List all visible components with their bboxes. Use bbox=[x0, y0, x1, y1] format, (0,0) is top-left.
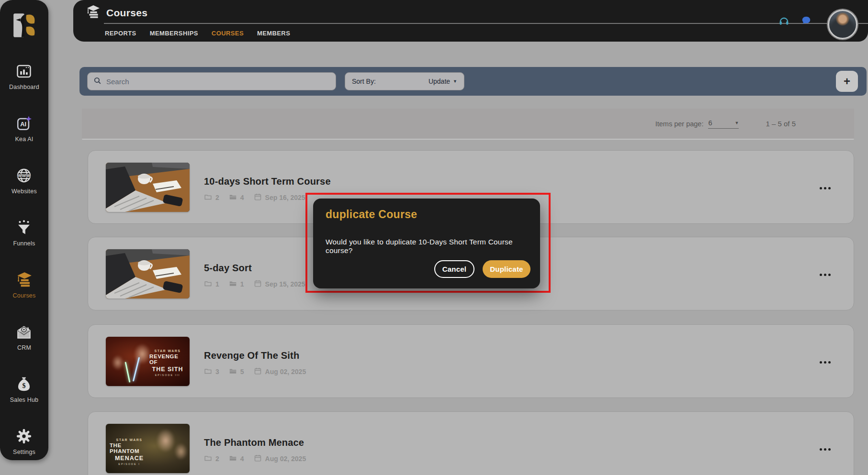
tab-reports[interactable]: REPORTS bbox=[105, 30, 136, 37]
poster-title-line1: THE PHANTOM bbox=[110, 442, 149, 454]
course-date: Sep 15, 2025 bbox=[265, 280, 305, 288]
calendar-icon bbox=[254, 367, 262, 376]
course-thumbnail: STAR WARS THE PHANTOM MENACE EPISODE I bbox=[106, 424, 190, 473]
sidebar-item-dashboard[interactable]: Dashboard bbox=[9, 63, 39, 90]
money-bag-icon: $ bbox=[16, 376, 32, 394]
sidebar-item-kea-ai[interactable]: AI Kea AI bbox=[15, 115, 33, 143]
svg-text:$: $ bbox=[23, 382, 26, 389]
folder-icon bbox=[204, 454, 212, 464]
sidebar-nav: Dashboard AI Kea AI WWW bbox=[9, 63, 39, 455]
header-tabs: REPORTS MEMBERSHIPS COURSES MEMBERS bbox=[105, 30, 290, 37]
courses-page-icon bbox=[86, 5, 100, 21]
folder-icon bbox=[204, 367, 212, 376]
poster-brand: STAR WARS bbox=[155, 349, 181, 353]
folder-count: 2 bbox=[215, 455, 219, 463]
duplicate-course-dialog: duplicate Course Would you like to dupli… bbox=[313, 199, 540, 288]
kea-logo[interactable] bbox=[11, 11, 38, 39]
sidebar-item-label: Dashboard bbox=[9, 84, 39, 90]
lessons-count: 4 bbox=[240, 455, 244, 463]
course-actions-menu-button[interactable] bbox=[817, 184, 834, 192]
course-date: Aug 02, 2025 bbox=[265, 455, 306, 463]
course-date: Sep 16, 2025 bbox=[265, 194, 305, 201]
lessons-folder-icon bbox=[229, 279, 237, 289]
sidebar-item-label: Settings bbox=[13, 449, 35, 455]
items-per-page-label: Items per page: bbox=[655, 120, 704, 128]
courses-icon bbox=[16, 272, 32, 290]
tab-memberships[interactable]: MEMBERSHIPS bbox=[150, 30, 198, 37]
tab-courses[interactable]: COURSES bbox=[212, 30, 244, 37]
course-card[interactable]: STAR WARS REVENGE OF THE SITH EPISODE II… bbox=[88, 324, 854, 398]
gear-icon bbox=[16, 428, 32, 446]
folder-count: 2 bbox=[215, 194, 219, 201]
course-title: 10-days Short Term Course bbox=[204, 176, 331, 187]
course-actions-menu-button[interactable] bbox=[817, 358, 834, 366]
calendar-icon bbox=[254, 193, 262, 202]
poster-episode: EPISODE III bbox=[155, 374, 180, 376]
ai-icon: AI bbox=[16, 115, 32, 133]
page-title: Courses bbox=[106, 7, 147, 19]
sidebar-item-label: Courses bbox=[13, 292, 36, 299]
sort-by-label: Sort By: bbox=[352, 77, 376, 85]
sort-by-select[interactable]: Sort By: Update ▼ bbox=[345, 72, 464, 90]
course-card[interactable]: STAR WARS THE PHANTOM MENACE EPISODE I T… bbox=[88, 411, 854, 475]
folder-icon bbox=[204, 279, 212, 289]
sidebar-item-label: Funnels bbox=[13, 240, 35, 247]
course-title: Revenge Of The Sith bbox=[204, 350, 299, 361]
tab-members[interactable]: MEMBERS bbox=[257, 30, 290, 37]
course-actions-menu-button[interactable] bbox=[817, 271, 834, 279]
course-meta: 1 1 Sep 15, 2025 bbox=[204, 279, 305, 289]
search-input[interactable] bbox=[105, 77, 330, 86]
chat-bubble-icon[interactable] bbox=[801, 15, 812, 28]
course-meta: 3 5 Aug 02, 2025 bbox=[204, 367, 306, 376]
dialog-title: duplicate Course bbox=[326, 208, 417, 221]
sidebar-item-settings[interactable]: Settings bbox=[13, 428, 35, 455]
sidebar-item-sales-hub[interactable]: $ Sales Hub bbox=[10, 376, 38, 403]
calendar-icon bbox=[254, 454, 262, 464]
sidebar-item-websites[interactable]: WWW Websites bbox=[11, 167, 37, 195]
sidebar-item-label: CRM bbox=[17, 344, 31, 351]
globe-www-icon: WWW bbox=[16, 167, 32, 186]
lessons-folder-icon bbox=[229, 454, 237, 464]
poster-title-line2: MENACE bbox=[115, 455, 144, 462]
top-header: Courses REPORTS MEMBERSHIPS COURSES MEMB… bbox=[73, 0, 868, 42]
lessons-folder-icon bbox=[229, 193, 237, 202]
pagination-bar: Items per page: 6 ▼ 1 – 5 of 5 bbox=[82, 109, 854, 140]
sidebar-item-label: Kea AI bbox=[15, 136, 33, 143]
crm-envelope-icon bbox=[16, 324, 32, 342]
folder-icon bbox=[204, 193, 212, 202]
calendar-icon bbox=[254, 279, 262, 289]
pagination-range: 1 – 5 of 5 bbox=[766, 120, 796, 128]
dashboard-icon bbox=[16, 63, 32, 81]
sort-by-value: Update bbox=[428, 77, 450, 85]
items-per-page-select[interactable]: 6 ▼ bbox=[708, 119, 739, 129]
poster-title-line2: THE SITH bbox=[152, 366, 183, 373]
sidebar-item-label: Websites bbox=[11, 188, 37, 195]
sidebar-item-crm[interactable]: CRM bbox=[16, 324, 32, 351]
course-thumbnail: STAR WARS REVENGE OF THE SITH EPISODE II… bbox=[106, 337, 190, 386]
cancel-button[interactable]: Cancel bbox=[434, 260, 474, 278]
sidebar: Dashboard AI Kea AI WWW bbox=[0, 0, 48, 460]
sidebar-item-funnels[interactable]: Funnels bbox=[13, 220, 35, 247]
course-title: The Phantom Menace bbox=[204, 437, 304, 448]
lessons-count: 5 bbox=[240, 368, 244, 376]
dialog-message: Would you like to duplicate 10-Days Shor… bbox=[326, 238, 530, 255]
sidebar-item-label: Sales Hub bbox=[10, 397, 38, 403]
folder-count: 3 bbox=[215, 368, 219, 376]
lessons-count: 4 bbox=[240, 194, 244, 201]
svg-text:WWW: WWW bbox=[18, 173, 31, 178]
course-actions-menu-button[interactable] bbox=[817, 445, 834, 453]
poster-episode: EPISODE I bbox=[118, 463, 140, 465]
add-course-button[interactable]: + bbox=[836, 71, 858, 92]
course-thumbnail bbox=[106, 163, 190, 212]
lessons-count: 1 bbox=[240, 280, 244, 288]
header-divider bbox=[104, 23, 868, 24]
course-thumbnail bbox=[106, 249, 190, 298]
duplicate-button[interactable]: Duplicate bbox=[483, 260, 530, 278]
folder-count: 1 bbox=[215, 280, 219, 288]
course-meta: 2 4 Aug 02, 2025 bbox=[204, 454, 306, 464]
course-meta: 2 4 Sep 16, 2025 bbox=[204, 193, 305, 202]
user-avatar[interactable] bbox=[828, 10, 857, 39]
chevron-down-icon: ▼ bbox=[453, 79, 457, 84]
support-headphones-icon[interactable] bbox=[778, 15, 789, 28]
sidebar-item-courses[interactable]: Courses bbox=[13, 272, 36, 299]
